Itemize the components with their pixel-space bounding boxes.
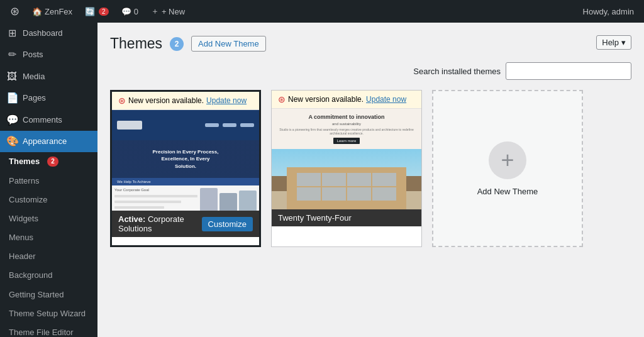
help-chevron-icon: ▾ [621, 38, 626, 47]
sidebar-item-label: Media [23, 71, 45, 82]
update-warning-icon-ttf: ⊛ [278, 94, 286, 104]
posts-icon: ✏ [6, 48, 18, 62]
help-button[interactable]: Help ▾ [596, 35, 631, 50]
themes-count-badge: 2 [170, 37, 184, 51]
theme-screenshot-ttf: A commitment to innovation and sustainab… [272, 109, 421, 209]
sidebar-item-label: Comments [23, 114, 62, 126]
theme-update-notice-corporate: ⊛ New version available. Update now [112, 92, 259, 110]
customize-label: Customize [9, 194, 47, 206]
page-title: Themes [110, 35, 162, 52]
cs-header [112, 110, 259, 140]
theme-card-corporate-solutions: ⊛ New version available. Update now [110, 90, 261, 247]
ttf-building-image [272, 149, 421, 209]
sidebar-item-dashboard[interactable]: ⊞ Dashboard [0, 23, 97, 44]
sidebar-item-themes[interactable]: Themes 2 [0, 152, 97, 171]
sidebar-item-pages[interactable]: 📄 Pages [0, 87, 97, 109]
sidebar-item-background[interactable]: Background [0, 266, 97, 285]
wp-logo-icon: ⊛ [10, 4, 19, 18]
theme-card-footer-ttf: Twenty Twenty-Four [272, 209, 421, 226]
themes-grid: ⊛ New version available. Update now [110, 90, 631, 247]
new-content-button[interactable]: ＋ + New [146, 0, 190, 23]
appearance-icon: 🎨 [6, 135, 18, 148]
search-label: Search installed themes [413, 67, 501, 76]
sidebar-item-header[interactable]: Header [0, 247, 97, 266]
updates-badge: 2 [99, 8, 109, 16]
plus-icon: ＋ [151, 6, 159, 17]
sidebar-item-getting-started[interactable]: Getting Started [0, 285, 97, 304]
sidebar-item-comments[interactable]: 💬 Comments [0, 109, 97, 131]
getting-started-label: Getting Started [9, 289, 64, 301]
patterns-label: Patterns [9, 175, 39, 187]
header-label: Header [9, 251, 36, 262]
update-now-link-corporate[interactable]: Update now [206, 96, 247, 105]
comments-button[interactable]: 💬 0 [116, 0, 143, 23]
sidebar-item-appearance[interactable]: 🎨 Appearance [0, 131, 97, 152]
theme-screenshot-corporate: Precision in Every Process,Excellence, I… [112, 110, 259, 211]
appearance-submenu: Themes 2 Patterns Customize Widgets Menu… [0, 152, 97, 337]
update-now-link-ttf[interactable]: Update now [366, 95, 406, 104]
customize-button-corporate[interactable]: Customize [202, 217, 253, 231]
sidebar-item-label: Dashboard [23, 28, 63, 39]
main-content: Themes 2 Add New Theme Help ▾ Search ins… [97, 23, 644, 337]
sidebar-item-label: Posts [23, 49, 43, 60]
sidebar-item-label: Appearance [23, 136, 67, 147]
widgets-label: Widgets [9, 213, 38, 224]
theme-name-ttf: Twenty Twenty-Four [278, 213, 352, 223]
theme-setup-wizard-label: Theme Setup Wizard [9, 308, 86, 319]
update-warning-icon: ⊛ [118, 96, 126, 106]
theme-card-footer-corporate: Active: Corporate Solutions Customize [112, 211, 259, 237]
sidebar-item-label: Pages [23, 92, 46, 104]
home-button[interactable]: 🏠 ZenFex [27, 0, 77, 23]
cs-hero-section: Precision in Every Process,Excellence, I… [112, 140, 259, 178]
sidebar-item-customize[interactable]: Customize [0, 191, 97, 209]
admin-bar: ⊛ 🏠 ZenFex 🔄 2 💬 0 ＋ + New Howdy, admin [0, 0, 644, 23]
theme-card-twenty-twenty-four: ⊛ New version available. Update now A co… [271, 90, 422, 247]
greeting-text: Howdy, admin [583, 7, 634, 16]
sidebar-item-widgets[interactable]: Widgets [0, 209, 97, 228]
help-area: Help ▾ [596, 35, 631, 50]
add-new-theme-button[interactable]: Add New Theme [191, 36, 266, 52]
sidebar-item-patterns[interactable]: Patterns [0, 172, 97, 191]
pages-icon: 📄 [6, 91, 18, 105]
plus-circle-icon: + [489, 141, 526, 179]
theme-file-editor-label: Theme File Editor [9, 327, 74, 337]
user-greeting[interactable]: Howdy, admin [578, 0, 639, 23]
add-new-theme-label: Add New Theme [477, 187, 538, 196]
comments-icon: 💬 [121, 7, 131, 16]
sidebar-item-posts[interactable]: ✏ Posts [0, 44, 97, 65]
site-name: ZenFex [45, 7, 72, 16]
wp-logo-button[interactable]: ⊛ [5, 0, 25, 23]
media-icon: 🖼 [6, 70, 18, 84]
add-new-theme-card[interactable]: + Add New Theme [432, 90, 583, 247]
sidebar-item-theme-setup-wizard[interactable]: Theme Setup Wizard [0, 304, 97, 323]
sidebar-item-media[interactable]: 🖼 Media [0, 66, 97, 87]
sidebar: ⊞ Dashboard ✏ Posts 🖼 Media 📄 Pages 💬 Co… [0, 23, 97, 337]
themes-update-badge: 2 [47, 157, 58, 167]
search-row: Search installed themes [110, 62, 631, 80]
sidebar-item-menus[interactable]: Menus [0, 228, 97, 247]
updates-icon: 🔄 [85, 7, 95, 16]
menus-label: Menus [9, 232, 33, 243]
help-label: Help [602, 38, 619, 47]
background-label: Background [9, 270, 52, 281]
themes-label: Themes [9, 156, 40, 167]
sidebar-item-theme-file-editor[interactable]: Theme File Editor [0, 323, 97, 337]
dashboard-icon: ⊞ [6, 26, 18, 40]
updates-button[interactable]: 🔄 2 [80, 0, 114, 23]
home-icon: 🏠 [32, 7, 42, 16]
theme-update-notice-ttf: ⊛ New version available. Update now [272, 91, 421, 109]
search-input[interactable] [506, 62, 631, 80]
page-header: Themes 2 Add New Theme [110, 35, 631, 52]
cs-body-section: Your Corporate Goal [112, 185, 259, 211]
comments-sidebar-icon: 💬 [6, 113, 18, 127]
